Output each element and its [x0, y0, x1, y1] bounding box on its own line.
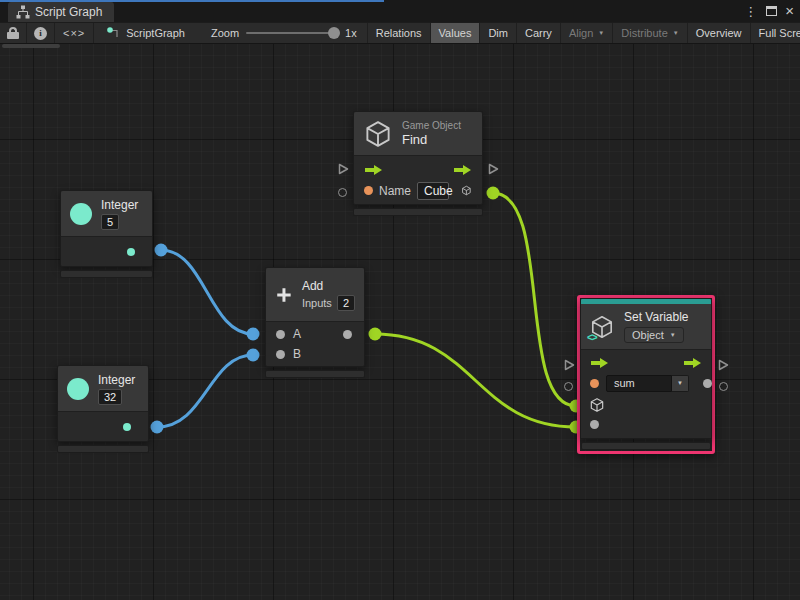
- node-set-variable[interactable]: <> Set Variable Object ▼ sum: [577, 295, 715, 454]
- toolbar-button-dim[interactable]: Dim: [480, 23, 517, 43]
- tab-bar: Script Graph ⋮ ×: [0, 0, 800, 22]
- integer-value-input[interactable]: 5: [101, 214, 119, 230]
- script-graph-icon: [106, 26, 120, 40]
- code-view-button[interactable]: <×>: [55, 23, 94, 43]
- output-port[interactable]: [123, 423, 131, 431]
- node-footer: [581, 442, 711, 450]
- name-label: Name: [379, 184, 411, 198]
- integer-type-icon: [67, 378, 89, 400]
- toolbar-button-relations[interactable]: Relations: [368, 23, 431, 43]
- toolbar-button-align[interactable]: Align▼: [561, 23, 613, 43]
- value-output-port-unconnected[interactable]: [719, 382, 728, 391]
- toolbar-button-fullscreen[interactable]: Full Screen: [751, 23, 800, 43]
- chevron-down-icon: ▼: [598, 30, 604, 36]
- node-footer: [353, 208, 483, 216]
- window-menu-icon[interactable]: ⋮: [741, 4, 760, 19]
- port-label-a: A: [293, 327, 301, 341]
- lock-icon: [7, 27, 19, 39]
- zoom-value: 1x: [345, 27, 357, 39]
- port-label-b: B: [293, 347, 301, 361]
- flow-out-arrow-icon[interactable]: [453, 164, 472, 176]
- output-port[interactable]: [127, 248, 135, 256]
- graph-canvas[interactable]: Integer 5 Integer 32: [0, 44, 800, 600]
- flow-out-arrow-icon[interactable]: [683, 357, 702, 369]
- node-integer-32[interactable]: Integer 32: [57, 365, 149, 453]
- node-integer-5[interactable]: Integer 5: [60, 190, 153, 278]
- value-output-port[interactable]: [703, 379, 712, 388]
- node-add[interactable]: Add Inputs 2 A B: [265, 267, 365, 378]
- inputs-label: Inputs: [302, 297, 332, 309]
- zoom-slider-handle[interactable]: [328, 27, 340, 39]
- node-title: Find: [402, 132, 427, 147]
- add-icon: [275, 282, 293, 308]
- toolbar-button-carry[interactable]: Carry: [517, 23, 561, 43]
- chevron-down-icon: ▼: [670, 332, 676, 338]
- flow-output-port-unconnected[interactable]: [487, 161, 499, 179]
- input-port-b[interactable]: [276, 350, 285, 359]
- input-port-a[interactable]: [276, 330, 285, 339]
- node-title: Integer: [101, 198, 138, 212]
- variable-name-dropdown[interactable]: sum: [606, 375, 672, 392]
- variable-name-port[interactable]: [590, 379, 599, 388]
- toolbar-button-overview[interactable]: Overview: [688, 23, 751, 43]
- inputs-count-input[interactable]: 2: [337, 295, 355, 311]
- variable-scope-dropdown[interactable]: Object ▼: [624, 327, 684, 343]
- integer-value-input[interactable]: 32: [98, 389, 122, 405]
- wire-endpoint[interactable]: [247, 349, 260, 362]
- node-title: Integer: [98, 373, 135, 387]
- flow-output-port-unconnected[interactable]: [717, 357, 729, 375]
- tab-title: Script Graph: [35, 5, 102, 19]
- output-port-sum[interactable]: [343, 330, 352, 339]
- wire-endpoint[interactable]: [487, 187, 500, 200]
- wire-add-to-setvariable-value[interactable]: [375, 334, 576, 427]
- chevron-down-icon: ▼: [673, 30, 679, 36]
- value-input-port[interactable]: [590, 420, 599, 429]
- lock-button[interactable]: [0, 23, 27, 43]
- flow-input-port-unconnected[interactable]: [563, 357, 575, 375]
- node-footer: [60, 270, 153, 278]
- node-category: Game Object: [402, 120, 461, 131]
- variable-dropdown-button[interactable]: ▼: [672, 375, 689, 392]
- graph-toolbar: i <×> ScriptGraph Zoom 1x Relations Valu…: [0, 22, 800, 44]
- graph-breadcrumb[interactable]: ScriptGraph: [94, 23, 195, 43]
- game-object-cube-icon: [363, 119, 393, 149]
- wire-integer32-to-add-b[interactable]: [157, 355, 253, 427]
- flow-in-arrow-icon[interactable]: [364, 164, 383, 176]
- game-object-input-port-icon[interactable]: [589, 397, 605, 413]
- toolbar-button-distribute[interactable]: Distribute▼: [613, 23, 687, 43]
- variable-code-icon: <>: [587, 332, 597, 343]
- wire-endpoint[interactable]: [369, 328, 382, 341]
- wire-endpoint[interactable]: [155, 244, 168, 257]
- window-focus-highlight: [0, 0, 384, 2]
- flow-in-arrow-icon[interactable]: [590, 357, 609, 369]
- value-input-port-unconnected[interactable]: [338, 188, 347, 197]
- wire-endpoint[interactable]: [247, 328, 260, 341]
- game-object-output-port-icon[interactable]: [461, 182, 472, 199]
- graph-hierarchy-icon: [16, 5, 30, 19]
- node-title: Add: [302, 279, 323, 293]
- node-title: Set Variable: [624, 310, 688, 324]
- tab-script-graph[interactable]: Script Graph: [8, 2, 114, 22]
- node-game-object-find[interactable]: Game Object Find Name Cube: [353, 111, 483, 216]
- name-input-port[interactable]: [364, 186, 373, 195]
- node-footer: [57, 445, 149, 453]
- integer-type-icon: [70, 203, 92, 225]
- window-maximize-icon[interactable]: [766, 6, 777, 16]
- toolbar-button-values[interactable]: Values: [431, 23, 481, 43]
- zoom-label: Zoom: [211, 27, 239, 39]
- zoom-slider[interactable]: [246, 32, 338, 34]
- flow-input-port-unconnected[interactable]: [337, 161, 349, 179]
- window-close-icon[interactable]: ×: [783, 6, 796, 16]
- wire-integer5-to-add-a[interactable]: [161, 250, 253, 334]
- node-footer: [265, 370, 365, 378]
- name-value-input[interactable]: Cube: [417, 182, 449, 200]
- wire-endpoint[interactable]: [151, 421, 164, 434]
- graph-name-label: ScriptGraph: [126, 27, 185, 39]
- code-icon: <×>: [63, 27, 85, 39]
- info-button[interactable]: i: [27, 23, 55, 43]
- canvas-scrollbar[interactable]: [2, 44, 60, 48]
- info-icon: i: [34, 27, 47, 40]
- name-input-port-unconnected[interactable]: [564, 382, 573, 391]
